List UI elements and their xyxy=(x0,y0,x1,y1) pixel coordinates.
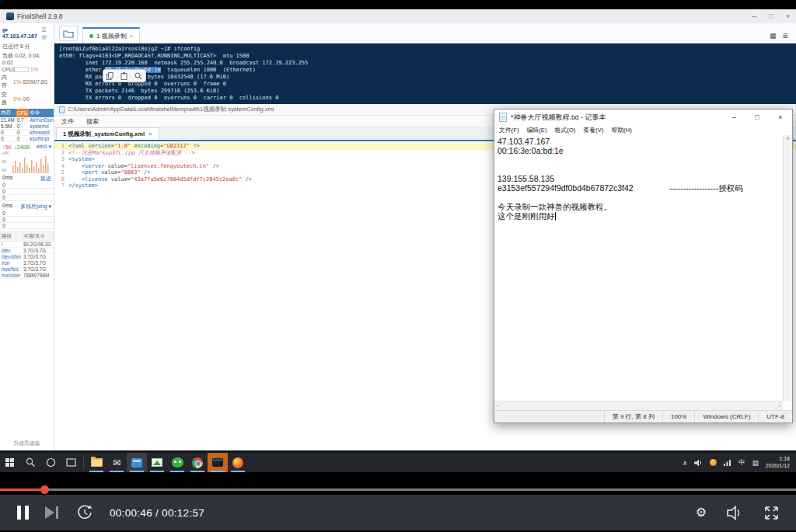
load-text: 负载 0.02, 0.04, 0.02 xyxy=(0,51,54,66)
progress-handle[interactable] xyxy=(40,485,49,494)
disk-row[interactable]: /run3.7G/3.7G xyxy=(1,260,54,266)
notepad-text-area[interactable]: 47.103.47.167 00:16:3e:0a:bd:1e 139.155.… xyxy=(494,135,783,401)
playback-speed-button[interactable] xyxy=(75,504,94,521)
taskbar-mail[interactable]: ✉ xyxy=(106,453,127,472)
vertical-scrollbar[interactable]: ∧ xyxy=(783,135,792,401)
disk-row[interactable]: /80.2G/98.3G xyxy=(1,242,54,248)
player-controls: 00:00:46 / 00:12:57 ⚙ xyxy=(0,495,796,530)
menu-view[interactable]: 查看(V) xyxy=(583,126,603,134)
finalshell-window-controls: ─ □ × xyxy=(752,12,790,20)
volume-button[interactable] xyxy=(727,506,744,520)
taskbar-screen-recorder-active[interactable] xyxy=(208,453,228,472)
scroll-right-icon[interactable]: › xyxy=(779,403,780,409)
grid-view-icon[interactable]: ▦ xyxy=(770,32,777,40)
close-button[interactable]: × xyxy=(786,12,790,20)
taskbar-blue-app[interactable] xyxy=(127,453,147,472)
list-view-icon[interactable]: ≣ xyxy=(782,32,788,40)
eol-format: Windows (CRLF) xyxy=(694,411,758,422)
keyboard-layout-icon[interactable]: ▤ xyxy=(752,459,759,467)
minimize-button[interactable]: – xyxy=(722,110,745,125)
notepad-icon xyxy=(499,113,507,122)
volume-icon[interactable] xyxy=(694,459,703,467)
paste-icon[interactable] xyxy=(120,72,127,80)
terminal-line: TX errors 0 dropped 0 overruns 0 carrier… xyxy=(59,95,796,102)
minimize-button[interactable]: ─ xyxy=(752,12,756,20)
scroll-up-icon[interactable]: ∧ xyxy=(786,135,790,141)
task-view-button[interactable] xyxy=(61,453,81,472)
interface-select[interactable]: eth0 ▾ xyxy=(37,144,51,150)
task-view-icon xyxy=(66,458,76,467)
copy-icon[interactable] xyxy=(106,72,113,80)
screen-recorder-icon xyxy=(212,458,223,467)
process-row[interactable]: 11.4M 0.7 AliYunDun xyxy=(0,117,54,123)
line-number: 3 xyxy=(54,156,68,163)
finalshell-monitor-sidebar: IP 47.103.47.167 监测 已运行 8 分 负载 0.02, 0.0… xyxy=(0,23,54,450)
tray-chevron-icon[interactable]: ∧ xyxy=(683,459,687,467)
network-icon[interactable] xyxy=(724,459,731,466)
taskbar-photos[interactable] xyxy=(147,453,167,472)
cortana-button[interactable] xyxy=(40,453,61,472)
maximize-button[interactable]: □ xyxy=(769,12,773,20)
wechat-icon xyxy=(172,457,183,468)
network-section-header: ↑5K ↓240B eth0 ▾ xyxy=(0,142,54,150)
time-display: 00:00:46 / 00:12:57 xyxy=(110,507,204,519)
col-command[interactable]: 命令 xyxy=(29,109,54,117)
taskbar-wechat[interactable] xyxy=(167,453,187,472)
col-memory[interactable]: 内存 xyxy=(0,109,16,117)
disk-row[interactable]: /dev3.7G/3.7G xyxy=(1,248,54,254)
maximize-button[interactable]: □ xyxy=(745,110,769,125)
process-row[interactable]: 5.5M 0 systemd xyxy=(0,123,54,130)
menu-file[interactable]: 文件 xyxy=(61,117,74,126)
taskbar-chrome[interactable] xyxy=(187,453,208,472)
process-row[interactable]: 0 0 kthreadd xyxy=(0,130,54,136)
horizontal-scrollbar[interactable]: ‹ › xyxy=(494,401,783,410)
ssh-terminal[interactable]: [root@iZuf6bia4l22a2rsosl0ojgZ ~]# ifcon… xyxy=(54,43,796,104)
selection-toolbar xyxy=(103,69,146,82)
fullscreen-button[interactable] xyxy=(764,506,779,520)
menu-edit[interactable]: 编辑(E) xyxy=(527,126,547,134)
scroll-left-icon[interactable]: ‹ xyxy=(497,403,498,409)
next-button[interactable] xyxy=(44,506,60,520)
menu-search[interactable]: 搜索 xyxy=(86,117,99,126)
search-icon[interactable] xyxy=(134,72,142,80)
ping-section-header: 0ms 多线程ping ▾ xyxy=(0,201,54,210)
start-button[interactable] xyxy=(0,453,20,472)
tab-systemconfig[interactable]: 1 视频录制_systemConfig.xml × xyxy=(56,127,159,140)
line-number: 5 xyxy=(54,169,68,176)
terminal-line: RX errors 0 dropped 0 overruns 0 frame 0 xyxy=(59,81,796,88)
process-row[interactable]: 0 0 ksoftirqd xyxy=(0,136,54,142)
disk-row[interactable]: /dev/shm3.7G/3.7G xyxy=(1,254,54,260)
pause-button[interactable] xyxy=(17,506,29,520)
taskbar-file-explorer[interactable] xyxy=(86,453,106,472)
session-tab-label: 1 视频录制 xyxy=(96,32,127,40)
upgrade-link[interactable]: 升级高级版 xyxy=(0,440,54,447)
col-cpu[interactable]: CPU xyxy=(16,109,30,117)
settings-gear-button[interactable]: ⚙ xyxy=(696,506,707,519)
close-tab-icon[interactable]: × xyxy=(148,130,152,137)
server-ip: IP 47.103.47.167 xyxy=(2,28,41,39)
latency-row: 0 xyxy=(0,189,54,195)
menu-format[interactable]: 格式(O) xyxy=(555,126,576,134)
open-connections-button[interactable] xyxy=(59,26,78,41)
editor-tab-label: 1 视频录制_systemConfig.xml xyxy=(63,130,145,138)
taskbar-clock[interactable]: 1:18 2020/1/12 xyxy=(766,456,790,469)
session-tabbar: 1 视频录制 × ▦ ≣ xyxy=(54,23,796,43)
tray-app-icon[interactable] xyxy=(710,459,717,466)
menu-help[interactable]: 帮助(H) xyxy=(611,126,631,134)
seek-bar[interactable] xyxy=(0,489,796,491)
notepad-window: *神兽大厅视频教程.txt - 记事本 – □ × 文件(F) 编辑(E) 格式… xyxy=(494,109,793,423)
disk-row[interactable]: /sys/fs/c3.7G/3.7G xyxy=(1,266,54,273)
taskbar-firefox[interactable] xyxy=(228,453,248,472)
network-chart-bars xyxy=(12,150,51,173)
monitor-action[interactable]: 监测 xyxy=(41,26,51,41)
close-tab-icon[interactable]: × xyxy=(130,33,134,40)
terminal-line: ether 00:16:3e:0a:bd:1e txqueuelen 1000 … xyxy=(59,67,796,74)
photos-icon xyxy=(152,458,162,467)
notepad-titlebar[interactable]: *神兽大厅视频教程.txt - 记事本 – □ × xyxy=(494,110,792,125)
menu-file[interactable]: 文件(F) xyxy=(499,126,519,134)
disk-row[interactable]: /run/user788M/788M xyxy=(1,273,54,279)
taskbar-search-button[interactable] xyxy=(20,453,40,472)
ime-indicator[interactable]: 中 xyxy=(738,458,745,468)
close-button[interactable]: × xyxy=(769,110,792,125)
tab-session-active[interactable]: 1 视频录制 × xyxy=(82,27,140,43)
